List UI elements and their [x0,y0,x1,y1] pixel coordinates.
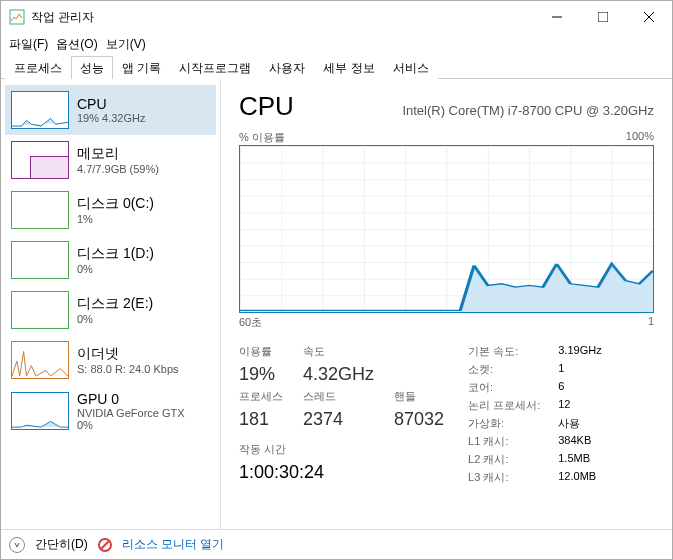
chart-bottom-right-label: 1 [648,315,654,330]
svg-marker-5 [240,264,653,312]
app-icon [9,9,25,25]
sidebar-item-ethernet[interactable]: 이더넷 S: 88.0 R: 24.0 Kbps [5,335,216,385]
l1-value: 384KB [558,434,601,449]
titlebar: 작업 관리자 [1,1,672,33]
thread-value: 2374 [303,409,374,433]
tab-processes[interactable]: 프로세스 [5,56,71,79]
sidebar-item-label: 메모리 [77,145,210,163]
menu-file[interactable]: 파일(F) [9,36,48,53]
fewer-details-link[interactable]: 간단히(D) [35,536,88,553]
sidebar-item-disk2[interactable]: 디스크 2(E:) 0% [5,285,216,335]
uptime-label: 작동 시간 [239,442,444,460]
sidebar-item-sub: S: 88.0 R: 24.0 Kbps [77,363,210,375]
chart-bottom-left-label: 60초 [239,315,262,330]
cores-value: 6 [558,380,601,395]
memory-thumb [11,141,69,179]
util-label: 이용률 [239,344,283,362]
handle-value: 87032 [394,409,444,433]
detail-title: CPU [239,91,294,122]
speed-label: 속도 [303,344,374,362]
close-button[interactable] [626,1,672,33]
stats-right: 기본 속도:3.19GHz 소켓:1 코어:6 논리 프로세서:12 가상화:사… [468,344,602,485]
detail-panel: CPU Intel(R) Core(TM) i7-8700 CPU @ 3.20… [221,79,672,529]
sidebar-item-disk1[interactable]: 디스크 1(D:) 0% [5,235,216,285]
tab-app-history[interactable]: 앱 기록 [113,56,170,79]
virt-label: 가상화: [468,416,540,431]
sockets-value: 1 [558,362,601,377]
sidebar-item-sub: NVIDIA GeForce GTX [77,407,210,419]
sidebar-item-label: 디스크 1(D:) [77,245,210,263]
sidebar-item-sub: 19% 4.32GHz [77,112,210,124]
handle-label: 핸들 [394,389,444,407]
cores-label: 코어: [468,380,540,395]
tab-users[interactable]: 사용자 [260,56,314,79]
cpu-thumb [11,91,69,129]
ethernet-thumb [11,341,69,379]
detail-model: Intel(R) Core(TM) i7-8700 CPU @ 3.20GHz [312,103,654,118]
stats-left: 이용률 속도 19% 4.32GHz 프로세스 스레드 핸들 181 2374 … [239,344,444,485]
cpu-chart [239,145,654,313]
uptime-value: 1:00:30:24 [239,462,444,486]
thread-label: 스레드 [303,389,374,407]
sidebar-item-label: 디스크 2(E:) [77,295,210,313]
util-value: 19% [239,364,283,388]
sidebar-item-label: GPU 0 [77,391,210,407]
l3-label: L3 캐시: [468,470,540,485]
chart-top-left-label: % 이용률 [239,130,285,145]
base-speed-value: 3.19GHz [558,344,601,359]
sidebar-item-memory[interactable]: 메모리 4.7/7.9GB (59%) [5,135,216,185]
svg-rect-2 [598,12,608,22]
window-title: 작업 관리자 [31,9,534,26]
resource-monitor-link[interactable]: 리소스 모니터 열기 [122,536,225,553]
main-area: CPU 19% 4.32GHz 메모리 4.7/7.9GB (59%) 디스크 … [1,79,672,529]
sidebar: CPU 19% 4.32GHz 메모리 4.7/7.9GB (59%) 디스크 … [1,79,221,529]
footer: 간단히(D) 리소스 모니터 열기 [1,529,672,559]
tab-details[interactable]: 세부 정보 [314,56,383,79]
sidebar-item-sub2: 0% [77,419,210,431]
l2-value: 1.5MB [558,452,601,467]
speed-value: 4.32GHz [303,364,374,388]
menubar: 파일(F) 옵션(O) 보기(V) [1,33,672,55]
sidebar-item-cpu[interactable]: CPU 19% 4.32GHz [5,85,216,135]
sidebar-item-sub: 4.7/7.9GB (59%) [77,163,210,175]
proc-label: 프로세스 [239,389,283,407]
l3-value: 12.0MB [558,470,601,485]
proc-value: 181 [239,409,283,433]
l1-label: L1 캐시: [468,434,540,449]
maximize-button[interactable] [580,1,626,33]
tab-startup[interactable]: 시작프로그램 [170,56,260,79]
menu-options[interactable]: 옵션(O) [56,36,97,53]
logical-proc-value: 12 [558,398,601,413]
disk-thumb [11,241,69,279]
tab-bar: 프로세스 성능 앱 기록 시작프로그램 사용자 세부 정보 서비스 [1,55,672,79]
tab-performance[interactable]: 성능 [71,56,113,79]
sidebar-item-label: 디스크 0(C:) [77,195,210,213]
sidebar-item-sub: 0% [77,313,210,325]
chart-top-right-label: 100% [626,130,654,145]
disk-thumb [11,191,69,229]
resmon-icon [98,538,112,552]
sidebar-item-label: CPU [77,96,210,112]
sidebar-item-gpu0[interactable]: GPU 0 NVIDIA GeForce GTX 0% [5,385,216,437]
menu-view[interactable]: 보기(V) [106,36,146,53]
logical-proc-label: 논리 프로세서: [468,398,540,413]
base-speed-label: 기본 속도: [468,344,540,359]
l2-label: L2 캐시: [468,452,540,467]
disk-thumb [11,291,69,329]
sidebar-item-label: 이더넷 [77,345,210,363]
collapse-icon[interactable] [9,537,25,553]
gpu-thumb [11,392,69,430]
sidebar-item-sub: 0% [77,263,210,275]
minimize-button[interactable] [534,1,580,33]
sidebar-item-sub: 1% [77,213,210,225]
sockets-label: 소켓: [468,362,540,377]
sidebar-item-disk0[interactable]: 디스크 0(C:) 1% [5,185,216,235]
tab-services[interactable]: 서비스 [384,56,438,79]
virt-value: 사용 [558,416,601,431]
